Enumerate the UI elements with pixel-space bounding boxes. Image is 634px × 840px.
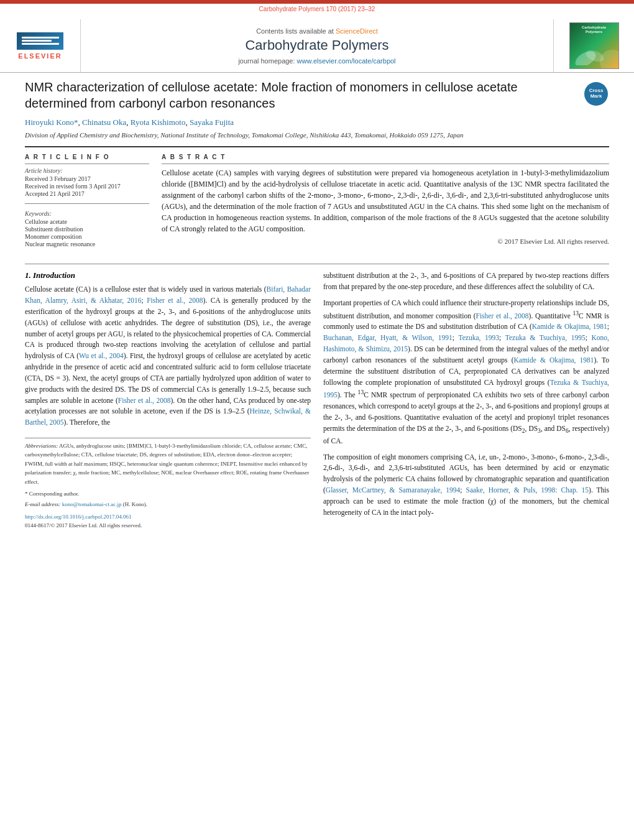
- author-fujita-link[interactable]: Sayaka Fujita: [190, 118, 234, 127]
- article-history-section: A R T I C L E I N F O Article history: R…: [25, 154, 149, 197]
- article-title: NMR characterization of cellulose acetat…: [25, 79, 575, 111]
- abstract-label: A B S T R A C T: [162, 154, 609, 160]
- ref-wu[interactable]: Wu et al., 2004: [79, 352, 124, 359]
- ref-tezuka-1995[interactable]: Tezuka & Tsuchiya, 1995: [505, 334, 586, 341]
- ref-tezuka-1993[interactable]: Tezuka, 1993: [458, 334, 499, 341]
- history-label: Article history:: [25, 167, 149, 174]
- accepted-date: Accepted 21 April 2017: [25, 190, 149, 197]
- email-link[interactable]: kono@tomakomai-ct.ac.jp: [62, 501, 122, 507]
- body-right-column: substituent distribution at the 2-, 3-, …: [323, 270, 609, 530]
- author-kono-link[interactable]: Hiroyuki Kono*: [25, 118, 78, 127]
- info-abstract-columns: A R T I C L E I N F O Article history: R…: [25, 154, 609, 254]
- journal-info-center: Contents lists available at ScienceDirec…: [81, 19, 553, 72]
- affiliation: Division of Applied Chemistry and Bioche…: [25, 131, 575, 140]
- intro-paragraph-3: The composition of eight monomers compri…: [323, 452, 609, 519]
- footer-copyright: 0144-8617/© 2017 Elsevier Ltd. All right…: [25, 521, 311, 530]
- intro-paragraph-2a: substituent distribution at the 2-, 3-, …: [323, 270, 609, 293]
- article-title-section: NMR characterization of cellulose acetat…: [25, 79, 609, 147]
- corresponding-author: * Corresponding author.: [25, 489, 311, 498]
- journal-cover-area: CarbohydratePolymers: [553, 19, 634, 72]
- author-kishimoto-link[interactable]: Ryota Kishimoto: [131, 118, 186, 127]
- publisher-logo-area: ELSEVIER: [0, 19, 81, 72]
- ref-heinze[interactable]: Heinze, Schwikal, & Barthel, 2005: [25, 407, 311, 426]
- body-left-column: 1. Introduction Cellulose acetate (CA) i…: [25, 270, 311, 530]
- revised-date: Received in revised form 3 April 2017: [25, 183, 149, 190]
- abstract-column: A B S T R A C T Cellulose acetate (CA) s…: [162, 154, 609, 254]
- journal-reference: Carbohydrate Polymers 170 (2017) 23–32: [0, 4, 634, 14]
- body-divider: [25, 264, 609, 264]
- body-columns: 1. Introduction Cellulose acetate (CA) i…: [25, 270, 609, 530]
- received-date: Received 3 February 2017: [25, 175, 149, 182]
- ref-fisher-2008[interactable]: Fisher et al., 2008: [147, 297, 203, 304]
- homepage-line: journal homepage: www.elsevier.com/locat…: [238, 57, 395, 65]
- keyword-3: Monomer composition: [25, 233, 149, 240]
- cover-decoration-svg: [573, 40, 610, 65]
- elsevier-logo-box: [17, 32, 63, 50]
- keyword-4: Nuclear magnetic resonance: [25, 241, 149, 247]
- email-label: E-mail address:: [25, 501, 60, 507]
- ref-saake[interactable]: Saake, Horner, & Puls, 1998: Chap. 15: [466, 486, 589, 494]
- info-divider-2: [25, 203, 149, 204]
- author-oka-link[interactable]: Chinatsu Oka: [82, 118, 126, 127]
- footnotes-area: Abbreviations: AGUs, anhydroglucose unit…: [25, 438, 311, 530]
- email-suffix: (H. Kono).: [123, 501, 147, 507]
- article-info-column: A R T I C L E I N F O Article history: R…: [25, 154, 149, 254]
- intro-paragraph-1: Cellulose acetate (CA) is a cellulose es…: [25, 284, 311, 428]
- keyword-2: Substituent distribution: [25, 226, 149, 233]
- sciencedirect-line: Contents lists available at ScienceDirec…: [256, 27, 378, 35]
- keywords-section: Keywords: Cellulose acetate Substituent …: [25, 210, 149, 247]
- info-divider-1: [25, 164, 149, 164]
- doi-link[interactable]: http://dx.doi.org/10.1016/j.carbpol.2017…: [25, 512, 311, 521]
- ref-glasser[interactable]: Glasser, McCartney, & Samaranayake, 1994: [326, 486, 460, 494]
- abstract-text: Cellulose acetate (CA) samples with vary…: [162, 167, 609, 234]
- elsevier-text: ELSEVIER: [18, 52, 62, 60]
- ref-tezuka-1995b[interactable]: Tezuka & Tsuchiya, 1995: [323, 379, 609, 399]
- elsevier-logo: ELSEVIER: [17, 32, 63, 60]
- ref-buchanan[interactable]: Buchanan, Edgar, Hyatt, & Wilson, 1991: [323, 334, 453, 341]
- article-info-label: A R T I C L E I N F O: [25, 154, 149, 160]
- keywords-label: Keywords:: [25, 210, 149, 217]
- introduction-heading: 1. Introduction: [25, 270, 311, 280]
- ref-fisher-2008b[interactable]: Fisher et al., 2008: [118, 397, 171, 404]
- cover-title: CarbohydratePolymers: [582, 25, 606, 34]
- intro-paragraph-2b: Important properties of CA which could i…: [323, 298, 609, 447]
- journal-header: ELSEVIER Contents lists available at Sci…: [0, 14, 634, 73]
- article-authors: Hiroyuki Kono*, Chinatsu Oka, Ryota Kish…: [25, 118, 575, 127]
- abstract-copyright: © 2017 Elsevier Ltd. All rights reserved…: [162, 238, 609, 245]
- homepage-link[interactable]: www.elsevier.com/locate/carbpol: [297, 57, 396, 65]
- article-title-text: NMR characterization of cellulose acetat…: [25, 79, 575, 140]
- ref-fisher-2008c[interactable]: Fisher et al., 2008: [476, 312, 528, 320]
- ref-kamide-1981b[interactable]: Kamide & Okajima, 1981: [513, 356, 594, 364]
- ref-kamide-1981[interactable]: Kamide & Okajima, 1981: [532, 323, 607, 330]
- journal-cover-image: CarbohydratePolymers: [569, 22, 619, 69]
- abstract-section: A B S T R A C T Cellulose acetate (CA) s…: [162, 154, 609, 245]
- abbreviations-section: Abbreviations: AGUs, anhydroglucose unit…: [25, 441, 311, 486]
- abbrev-text: AGUs, anhydroglucose units; [BMIM]Cl, 1-…: [25, 443, 309, 485]
- journal-title-header: Carbohydrate Polymers: [245, 37, 388, 53]
- keyword-1: Cellulose acetate: [25, 218, 149, 225]
- crossmark-badge: CrossMark: [584, 82, 609, 107]
- crossmark-circle: CrossMark: [584, 82, 608, 106]
- article-content: NMR characterization of cellulose acetat…: [0, 73, 634, 542]
- abstract-divider: [162, 164, 609, 164]
- sciencedirect-link[interactable]: ScienceDirect: [336, 27, 378, 35]
- abbrev-label: Abbreviations:: [25, 443, 58, 449]
- page-wrapper: Carbohydrate Polymers 170 (2017) 23–32 E…: [0, 0, 634, 542]
- email-line: E-mail address: kono@tomakomai-ct.ac.jp …: [25, 500, 311, 509]
